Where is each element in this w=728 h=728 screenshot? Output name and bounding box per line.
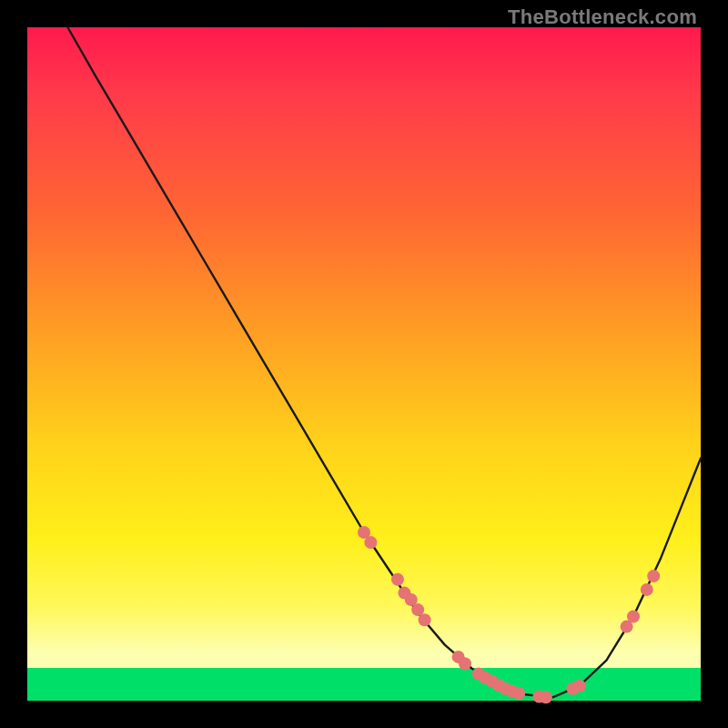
marker-dot [459, 657, 471, 670]
marker-dot [573, 680, 586, 693]
marker-dot [647, 570, 660, 582]
marker-dot [512, 687, 525, 700]
chart-overlay-svg [0, 0, 728, 728]
chart-canvas: TheBottleneck.com [0, 0, 728, 728]
marker-dot [391, 573, 404, 586]
marker-dot [364, 536, 377, 549]
marker-dot [540, 691, 552, 703]
marker-dot [419, 613, 431, 626]
marker-dots [358, 526, 660, 703]
curve-path [67, 27, 701, 697]
bottleneck-curve [67, 27, 701, 697]
marker-dot [641, 583, 653, 596]
marker-dot [627, 611, 640, 623]
